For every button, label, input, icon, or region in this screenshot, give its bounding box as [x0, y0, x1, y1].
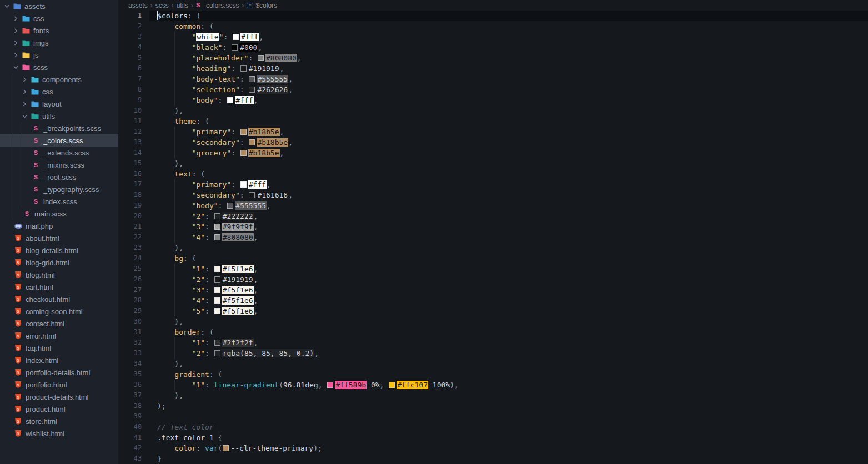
tree-item-blog-grid-html[interactable]: 5blog-grid.html — [0, 256, 118, 269]
code-line-23[interactable]: 23 ), — [118, 243, 868, 253]
code-line-43[interactable]: 43} — [118, 453, 868, 464]
tree-item-faq-html[interactable]: 5faq.html — [0, 342, 118, 354]
chevron-down-icon[interactable] — [13, 65, 21, 70]
color-swatch[interactable] — [214, 266, 220, 272]
breadcrumb-item-colors-scss[interactable]: S_colors.scss — [196, 2, 239, 9]
color-swatch[interactable] — [233, 34, 239, 40]
tree-item-mixins-scss[interactable]: S_mixins.scss — [0, 159, 118, 171]
code-line-16[interactable]: 16 text: ( — [118, 169, 868, 179]
color-swatch[interactable] — [214, 224, 220, 230]
tree-item-portfolio-html[interactable]: 5portfolio.html — [0, 379, 118, 391]
code-line-31[interactable]: 31 border: ( — [118, 327, 868, 337]
code-line-22[interactable]: 22 "4": #808080, — [118, 232, 868, 243]
tree-item-coming-soon-html[interactable]: 5coming-soon.html — [0, 305, 118, 317]
tree-item-contact-html[interactable]: 5contact.html — [0, 317, 118, 330]
color-swatch[interactable] — [227, 203, 233, 209]
color-swatch[interactable] — [240, 181, 247, 188]
color-swatch[interactable] — [227, 97, 233, 103]
color-swatch[interactable] — [249, 139, 255, 145]
color-swatch[interactable] — [249, 76, 255, 82]
color-swatch[interactable] — [214, 213, 220, 219]
code-line-13[interactable]: 13 "secondary": #b18b5e, — [118, 137, 868, 148]
code-line-4[interactable]: 4 "black": #000, — [118, 42, 868, 53]
tree-item-blog-details-html[interactable]: 5blog-details.html — [0, 244, 118, 256]
file-explorer[interactable]: assetscssfontsimgsjsscsscomponentscsslay… — [0, 0, 118, 464]
breadcrumb-item-scss[interactable]: scss — [155, 2, 169, 9]
code-line-28[interactable]: 28 "4": #f5f1e6, — [118, 295, 868, 306]
color-swatch[interactable] — [214, 308, 220, 314]
code-line-42[interactable]: 42 color: var(--clr-theme-primary); — [118, 443, 868, 453]
color-swatch[interactable] — [249, 192, 255, 198]
code-line-18[interactable]: 18 "secondary": #161616, — [118, 190, 868, 200]
tree-item-blog-html[interactable]: 5blog.html — [0, 269, 118, 281]
code-line-19[interactable]: 19 "body": #555555, — [118, 200, 868, 211]
color-swatch[interactable] — [214, 276, 220, 283]
tree-item-css[interactable]: css — [0, 85, 118, 98]
tree-item-js[interactable]: js — [0, 49, 118, 61]
code-line-7[interactable]: 7 "body-text": #555555, — [118, 74, 868, 84]
code-line-11[interactable]: 11 theme: ( — [118, 116, 868, 127]
code-line-15[interactable]: 15 ), — [118, 158, 868, 169]
breadcrumb-item-colors[interactable]: ≡$colors — [247, 2, 277, 9]
chevron-down-icon[interactable] — [4, 4, 12, 9]
tree-item-about-html[interactable]: 5about.html — [0, 232, 118, 244]
tree-item-store-html[interactable]: 5store.html — [0, 415, 118, 427]
code-line-34[interactable]: 34 ), — [118, 359, 868, 369]
code-line-6[interactable]: 6 "heading": #191919, — [118, 63, 868, 74]
color-swatch[interactable] — [327, 382, 333, 388]
code-line-10[interactable]: 10 ), — [118, 105, 868, 116]
tree-item-breakpoints-scss[interactable]: S_breakpoints.scss — [0, 122, 118, 134]
tree-item-assets[interactable]: assets — [0, 0, 118, 12]
tree-item-error-html[interactable]: 5error.html — [0, 330, 118, 342]
tree-item-wishlist-html[interactable]: 5wishlist.html — [0, 427, 118, 440]
code-line-3[interactable]: 3 "white": #fff, — [118, 32, 868, 42]
code-line-24[interactable]: 24 bg: ( — [118, 253, 868, 264]
tree-item-components[interactable]: components — [0, 73, 118, 85]
code-line-27[interactable]: 27 "3": #f5f1e6, — [118, 285, 868, 295]
code-line-38[interactable]: 38); — [118, 401, 868, 411]
chevron-right-icon[interactable] — [13, 28, 21, 33]
code-line-29[interactable]: 29 "5": #f5f1e6, — [118, 306, 868, 316]
code-line-33[interactable]: 33 "2": rgba(85, 85, 85, 0.2), — [118, 348, 868, 359]
code-line-39[interactable]: 39 — [118, 411, 868, 422]
tree-item-mail-php[interactable]: phpmail.php — [0, 220, 118, 232]
tree-item-product-html[interactable]: 5product.html — [0, 403, 118, 415]
tree-item-typography-scss[interactable]: S_typography.scss — [0, 183, 118, 195]
chevron-right-icon[interactable] — [13, 53, 21, 58]
tree-item-css[interactable]: css — [0, 12, 118, 24]
color-swatch[interactable] — [223, 445, 229, 451]
tree-item-root-scss[interactable]: S_root.scss — [0, 171, 118, 183]
color-swatch[interactable] — [240, 65, 247, 72]
tree-item-index-scss[interactable]: Sindex.scss — [0, 195, 118, 208]
code-line-12[interactable]: 12 "primary": #b18b5e, — [118, 127, 868, 137]
tree-item-colors-scss[interactable]: S_colors.scss — [0, 134, 118, 147]
code-line-41[interactable]: 41.text-color-1 { — [118, 432, 868, 443]
color-swatch[interactable] — [240, 129, 247, 135]
tree-item-cart-html[interactable]: 5cart.html — [0, 281, 118, 293]
tree-item-main-scss[interactable]: Smain.scss — [0, 208, 118, 220]
color-swatch[interactable] — [232, 44, 238, 51]
color-swatch[interactable] — [258, 55, 264, 61]
color-swatch[interactable] — [214, 340, 220, 346]
breadcrumb-item-assets[interactable]: assets — [128, 2, 148, 9]
code-line-2[interactable]: 2 common: ( — [118, 21, 868, 32]
tree-item-product-details-html[interactable]: 5product-details.html — [0, 391, 118, 403]
chevron-right-icon[interactable] — [13, 41, 21, 46]
code-line-25[interactable]: 25 "1": #f5f1e6, — [118, 264, 868, 274]
color-swatch[interactable] — [214, 350, 220, 356]
code-line-20[interactable]: 20 "2": #222222, — [118, 211, 868, 221]
code-line-1[interactable]: 1$colors: ( — [118, 11, 868, 21]
chevron-right-icon[interactable] — [22, 102, 30, 107]
tree-item-portfolio-details-html[interactable]: 5portfolio-details.html — [0, 366, 118, 379]
code-line-9[interactable]: 9 "body": #fff, — [118, 95, 868, 105]
color-swatch[interactable] — [214, 287, 220, 293]
color-swatch[interactable] — [214, 234, 220, 240]
code-line-21[interactable]: 21 "3": #9f9f9f, — [118, 221, 868, 232]
code-line-35[interactable]: 35 gradient: ( — [118, 369, 868, 380]
color-swatch[interactable] — [214, 297, 220, 304]
code-line-40[interactable]: 40// Text color — [118, 422, 868, 432]
color-swatch[interactable] — [389, 382, 395, 388]
code-line-26[interactable]: 26 "2": #191919, — [118, 274, 868, 285]
chevron-right-icon[interactable] — [13, 16, 21, 21]
tree-item-checkout-html[interactable]: 5checkout.html — [0, 293, 118, 305]
